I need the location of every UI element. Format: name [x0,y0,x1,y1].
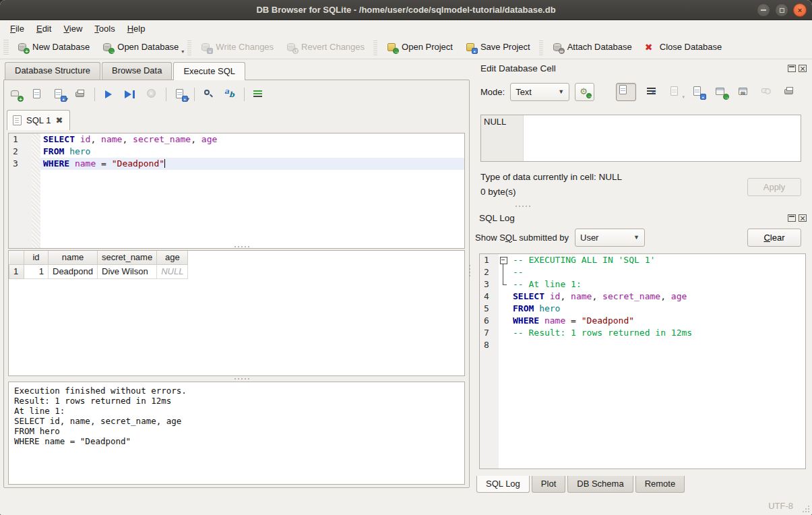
code-text: SELECT id, name, secret_name, age [40,133,464,146]
close-button[interactable]: × [793,3,807,17]
export-results-icon[interactable]: ▪▾ [174,88,187,100]
open-database-button[interactable]: →Open Database▾ [96,39,185,56]
toolbar-button-label: Open Project [402,42,453,53]
auto-switch-mode-button[interactable]: ⚙→ [575,83,594,101]
row-number[interactable]: 1 [9,264,24,278]
table-cell[interactable]: Dive Wilson [98,264,157,278]
maximize-button[interactable] [775,3,788,17]
maximize-icon [780,8,784,13]
execute-all-icon[interactable] [102,88,115,100]
column-header-age[interactable]: age [157,251,188,264]
export-data-icon[interactable]: ▪ [691,86,705,98]
column-header-name[interactable]: name [49,251,98,264]
fold-line [499,278,510,291]
save-sql-file-icon[interactable]: ▪▾ [53,88,65,100]
results-corner-header[interactable] [9,251,24,264]
write-changes-button: ▪Write Changes [194,39,280,56]
minimize-button[interactable] [757,3,770,17]
apply-button[interactable]: Apply [747,178,801,196]
dock-tab-remote[interactable]: Remote [635,476,685,493]
title-bar[interactable]: DB Browser for SQLite - /home/user/code/… [0,0,812,20]
open-sql-file-icon[interactable] [31,88,44,100]
dropdown-caret-icon[interactable]: ▾ [682,94,685,100]
window-title: DB Browser for SQLite - /home/user/code/… [256,5,555,15]
code-text: FROM hero [510,303,805,315]
word-wrap-icon[interactable] [646,86,659,98]
code-text: SELECT id, name, secret_name, age [510,291,805,303]
status-bar: UTF-8 [0,496,812,515]
fold-margin [32,146,40,158]
mode-select[interactable]: Text ▼ [510,83,569,101]
results-grid[interactable]: idnamesecret_nameage 11DeadpondDive Wils… [8,250,465,376]
table-cell[interactable]: Deadpond [49,264,98,278]
tab-browse-data[interactable]: Browse Data [102,62,172,80]
toolbar-button-label: Save Project [480,42,530,53]
open-project-button[interactable]: →Open Project [380,39,459,56]
close-database-button[interactable]: ✖Close Database [638,39,728,56]
table-row[interactable]: 11DeadpondDive WilsonNULL [9,264,188,278]
dock-tab-sql-log[interactable]: SQL Log [476,476,530,493]
attach-database-button[interactable]: ∞Attach Database [546,39,638,56]
splitter-main[interactable] [468,262,472,279]
cell-value-editor[interactable]: NULL [480,115,801,162]
code-line: 5FROM hero [480,303,805,315]
line-number: 1 [480,254,499,266]
new-database-button[interactable]: +New Database [11,39,96,56]
close-tab-icon[interactable]: ✖ [55,115,63,125]
print-cell-icon[interactable] [783,86,797,98]
splitter-results-message[interactable] [233,377,251,381]
dropdown-caret-icon[interactable]: ▾ [187,96,189,102]
open-external-icon: → [714,86,728,98]
save-project-button[interactable]: ▪Save Project [459,39,536,56]
float-panel-icon[interactable] [788,65,796,72]
menu-tools[interactable]: Tools [88,22,121,35]
sql-tab-label: SQL 1 [26,115,51,125]
sql-editor[interactable]: 1SELECT id, name, secret_name, age2FROM … [8,133,465,249]
line-number: 3 [9,158,32,170]
text-mode-icon[interactable] [616,83,636,101]
find-replace-icon[interactable] [224,88,237,100]
float-panel-icon[interactable] [788,214,796,222]
dock-tab-db-schema[interactable]: DB Schema [567,476,633,493]
format-sql-icon[interactable] [252,88,265,100]
dock-tab-plot[interactable]: Plot [532,476,565,493]
column-header-secret_name[interactable]: secret_name [98,251,157,264]
sql-log-view[interactable]: 1-- EXECUTING ALL IN 'SQL 1'2--3-- At li… [479,253,806,469]
open-external-icon[interactable]: → [714,86,728,98]
menu-help[interactable]: Help [121,22,152,35]
menu-file[interactable]: File [4,22,30,35]
splitter-cell-log[interactable] [514,204,532,208]
tab-sql-1[interactable]: SQL 1 ✖ [7,110,70,130]
table-cell[interactable]: 1 [24,264,49,278]
fold-collapse-icon[interactable] [499,254,510,266]
clear-log-button[interactable]: Clear [747,229,801,247]
toolbar-separator [194,88,195,101]
open-tab-icon[interactable]: + [9,88,22,100]
execution-message[interactable]: Execution finished without errors. Resul… [8,382,465,485]
toolbar-handle [3,40,9,55]
close-panel-icon[interactable]: ✕ [799,214,807,222]
encoding-indicator[interactable]: UTF-8 [768,501,793,511]
find-icon[interactable] [202,88,215,100]
sql-log-dock: SQL Log ✕ Show SQL submitted by User ▼ C… [474,212,808,224]
fold-margin [32,158,40,170]
import-data-icon: ▾ [668,86,682,98]
menu-view[interactable]: View [57,22,88,35]
log-filter-select[interactable]: User ▼ [575,229,645,247]
table-cell[interactable]: NULL [157,264,188,278]
print-icon[interactable] [74,88,87,100]
main-tab-bar: Database StructureBrowse DataExecute SQL [3,62,470,80]
tab-execute-sql[interactable]: Execute SQL [173,62,245,80]
execute-current-line-icon[interactable] [124,88,137,100]
tab-database-structure[interactable]: Database Structure [5,62,100,80]
resize-grip[interactable] [803,506,809,512]
copy-link-icon[interactable] [737,86,751,98]
column-header-id[interactable]: id [24,251,49,264]
splitter-editor-results[interactable] [233,245,251,249]
close-panel-icon[interactable]: ✕ [799,65,807,72]
code-line: 4SELECT id, name, secret_name, age [480,291,805,303]
line-number: 2 [9,146,32,158]
dropdown-caret-icon[interactable]: ▾ [181,49,184,55]
menu-edit[interactable]: Edit [30,22,57,35]
dropdown-caret-icon[interactable]: ▾ [65,96,68,102]
